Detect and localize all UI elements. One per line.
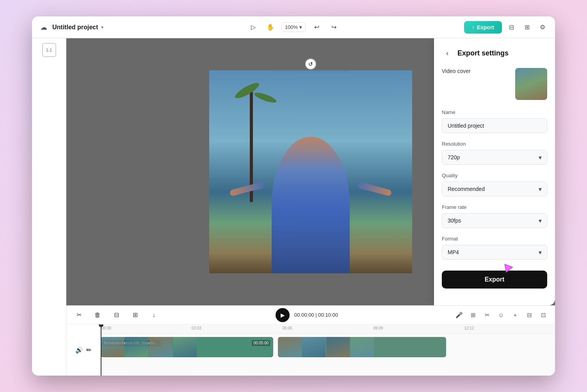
cover-thumbnail[interactable]	[515, 68, 547, 100]
time-ruler: 00:00 03:03 06:06 09:09 12:12	[101, 324, 555, 334]
quality-select[interactable]: Recommended High Medium Low	[442, 182, 547, 196]
export-action-btn[interactable]: Export	[442, 271, 547, 289]
app-window: ☁ Untitled project ▾ ▷ ✋ 100% ▾ ↩ ↪ ↑ Ex…	[32, 16, 555, 376]
resolution-select[interactable]: 720p 1080p 4K 480p	[442, 150, 547, 165]
project-title: Untitled project	[52, 24, 98, 31]
frame-rate-select-wrapper: 30fps 24fps 60fps	[442, 213, 547, 228]
header-right: ↑ Export ⊟ ⊞ ⚙	[340, 21, 549, 34]
header-left: ☁ Untitled project ▾	[38, 22, 247, 33]
track-duration: 00:05:00	[252, 340, 270, 346]
fullscreen-btn[interactable]: ⊟	[524, 310, 535, 321]
timeline-area: ✂ 🗑 ⊟ ⊞ ↓ ▶ 00:00:00 | 00:10:00	[66, 305, 555, 376]
frame-rate-label: Frame rate	[442, 204, 547, 210]
emoji-btn[interactable]: ☺	[496, 310, 507, 321]
ratio-badge[interactable]: 1:1	[42, 43, 56, 57]
frame-rate-field-group: Frame rate 30fps 24fps 60fps	[442, 204, 547, 228]
scrubber-area: 🔊 ✏ 00:00 03:03 06:06 09:09 12:12	[66, 324, 555, 376]
video-frame[interactable]: ⊞ ⊡ ⊟ ⊠ ···	[209, 70, 412, 273]
resolution-select-wrapper: 720p 1080p 4K 480p	[442, 150, 547, 165]
canvas-timeline-container: ⊞ ⊡ ⊟ ⊠ ··· ↺ ‹ Export settings	[66, 38, 555, 376]
ruler-mark-3: 09:09	[373, 326, 383, 330]
panel-icon-btn[interactable]: ⊞	[521, 21, 533, 34]
resolution-label: Resolution	[442, 141, 547, 147]
name-input[interactable]	[442, 118, 547, 133]
zoom-out-btn[interactable]: ⊡	[538, 310, 549, 321]
quality-label: Quality	[442, 173, 547, 178]
frame-rate-select[interactable]: 30fps 24fps 60fps	[442, 213, 547, 228]
layer-btn[interactable]: ⊞	[468, 310, 478, 321]
playback-center: ▶ 00:00:00 | 00:10:00	[166, 308, 447, 322]
scissors-btn[interactable]: ✂	[482, 310, 493, 321]
export-label: Export	[477, 24, 494, 30]
quality-field-group: Quality Recommended High Medium Low	[442, 173, 547, 196]
export-icon: ↑	[472, 24, 475, 30]
format-label: Format	[442, 236, 547, 242]
scrubber-right: 00:00 03:03 06:06 09:09 12:12 fernando-b…	[101, 324, 555, 376]
playhead-btn[interactable]: ▷	[247, 21, 260, 34]
mic-btn[interactable]: 🎤	[454, 310, 464, 321]
ruler-mark-0: 00:00	[101, 326, 111, 330]
cover-thumbnail-image	[515, 68, 547, 100]
layout-icon-btn[interactable]: ⊟	[505, 21, 518, 34]
undo-btn[interactable]: ↩	[310, 21, 323, 34]
quality-select-wrapper: Recommended High Medium Low	[442, 182, 547, 196]
header-center: ▷ ✋ 100% ▾ ↩ ↪	[247, 21, 340, 34]
name-label: Name	[442, 109, 547, 115]
cover-label: Video cover	[442, 68, 509, 74]
panel-title: Export settings	[457, 49, 509, 57]
timecode: 00:00:00 | 00:10:00	[294, 312, 338, 318]
add-btn[interactable]: +	[510, 310, 521, 321]
download-btn[interactable]: ↓	[148, 309, 160, 321]
cloud-icon: ☁	[38, 22, 49, 33]
canvas-area: ⊞ ⊡ ⊟ ⊠ ··· ↺ ‹ Export settings	[66, 38, 555, 305]
name-field-group: Name	[442, 109, 547, 133]
project-title-chevron[interactable]: ▾	[101, 25, 103, 30]
split-btn[interactable]: ⊞	[129, 309, 141, 321]
video-cover-section: Video cover	[442, 68, 547, 100]
cut-btn[interactable]: ✂	[73, 309, 85, 321]
track-container: fernando-brasil-XM_2oqcblQ-unsplash.jpg …	[101, 334, 555, 376]
zoom-chevron: ▾	[299, 24, 302, 30]
hand-tool-btn[interactable]: ✋	[264, 21, 277, 34]
back-btn[interactable]: ‹	[442, 48, 453, 59]
zoom-control[interactable]: 100% ▾	[281, 22, 306, 32]
video-track-2[interactable]	[278, 337, 446, 357]
header: ☁ Untitled project ▾ ▷ ✋ 100% ▾ ↩ ↪ ↑ Ex…	[32, 16, 555, 38]
zoom-level: 100%	[285, 24, 298, 30]
format-select[interactable]: MP4 MOV AVI WebM	[442, 245, 547, 260]
settings-icon-btn[interactable]: ⚙	[536, 21, 549, 34]
video-track-1[interactable]: fernando-brasil-XM_2oqcblQ-unsplash.jpg …	[101, 337, 273, 357]
ruler-mark-1: 03:03	[192, 326, 201, 330]
playhead[interactable]	[101, 324, 101, 376]
video-bg	[209, 70, 412, 273]
header-export-btn[interactable]: ↑ Export	[464, 21, 502, 34]
resolution-field-group: Resolution 720p 1080p 4K 480p	[442, 141, 547, 165]
timeline-controls: ✂ 🗑 ⊟ ⊞ ↓ ▶ 00:00:00 | 00:10:00	[66, 306, 555, 324]
audio-btn[interactable]: 🔊	[75, 346, 83, 354]
left-sidebar: 1:1	[32, 38, 66, 376]
scrubber-left: 🔊 ✏	[66, 324, 101, 376]
rotate-handle[interactable]: ↺	[305, 59, 316, 69]
edit-track-btn[interactable]: ✏	[86, 346, 91, 354]
format-select-wrapper: MP4 MOV AVI WebM	[442, 245, 547, 260]
delete-btn[interactable]: 🗑	[91, 309, 104, 321]
ruler-mark-2: 06:06	[283, 326, 292, 330]
export-panel: ‹ Export settings Video cover Name	[434, 38, 555, 305]
format-field-group: Format MP4 MOV AVI WebM	[442, 236, 547, 260]
panel-header: ‹ Export settings	[442, 48, 547, 59]
play-pause-btn[interactable]: ▶	[276, 308, 290, 322]
main-content: 1:1	[32, 38, 555, 376]
trim-btn[interactable]: ⊟	[110, 309, 123, 321]
ruler-mark-4: 12:12	[464, 326, 474, 330]
redo-btn[interactable]: ↪	[327, 21, 340, 34]
timeline-right: 🎤 ⊞ ✂ ☺ + ⊟ ⊡	[454, 310, 549, 321]
